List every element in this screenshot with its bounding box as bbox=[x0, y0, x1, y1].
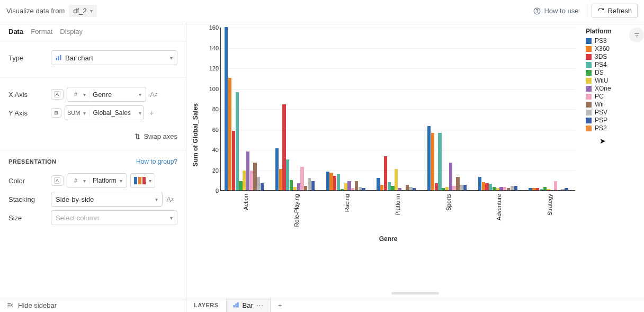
sort-az-button[interactable]: AZ bbox=[163, 192, 177, 207]
bar[interactable] bbox=[561, 189, 564, 190]
bar[interactable] bbox=[308, 178, 311, 190]
bar[interactable] bbox=[413, 188, 416, 190]
bar[interactable] bbox=[250, 171, 253, 190]
bar[interactable] bbox=[344, 183, 347, 190]
bar[interactable] bbox=[391, 186, 394, 190]
bar[interactable] bbox=[362, 188, 365, 190]
legend-item[interactable]: PSP bbox=[586, 117, 612, 124]
bar[interactable] bbox=[456, 177, 459, 190]
bar[interactable] bbox=[514, 186, 517, 190]
bar[interactable] bbox=[326, 172, 329, 190]
bar[interactable] bbox=[547, 189, 550, 190]
legend-item[interactable]: PC bbox=[586, 93, 612, 100]
bar[interactable] bbox=[388, 182, 391, 190]
color-palette-button[interactable]: ▾ bbox=[130, 173, 155, 188]
bar[interactable] bbox=[282, 104, 285, 190]
swap-axes-button[interactable]: ⇅ Swap axes bbox=[0, 129, 186, 147]
bar[interactable] bbox=[333, 176, 336, 190]
bar[interactable] bbox=[286, 159, 289, 190]
bar[interactable] bbox=[347, 181, 351, 190]
bar[interactable] bbox=[431, 133, 434, 190]
legend-item[interactable]: WiiU bbox=[586, 77, 612, 84]
add-layer-button[interactable]: + bbox=[271, 298, 290, 312]
size-select[interactable]: Select column ▾ bbox=[51, 210, 177, 225]
dataframe-select[interactable]: df_2 ▾ bbox=[69, 5, 96, 17]
horizontal-scroll-thumb[interactable] bbox=[391, 292, 439, 295]
bar[interactable] bbox=[398, 188, 401, 190]
tab-data[interactable]: Data bbox=[8, 28, 23, 35]
xaxis-type-chip[interactable]: A bbox=[51, 89, 64, 100]
bar[interactable] bbox=[427, 126, 431, 190]
bar[interactable] bbox=[445, 187, 449, 190]
bar[interactable] bbox=[351, 188, 354, 190]
bar[interactable] bbox=[384, 156, 387, 190]
bar[interactable] bbox=[489, 184, 492, 190]
bar[interactable] bbox=[532, 188, 535, 190]
bar[interactable] bbox=[496, 188, 499, 190]
bar[interactable] bbox=[311, 181, 315, 190]
bar[interactable] bbox=[442, 188, 445, 190]
bar[interactable] bbox=[337, 174, 340, 190]
bar[interactable] bbox=[246, 151, 249, 190]
bar[interactable] bbox=[293, 187, 297, 190]
bar[interactable] bbox=[243, 171, 246, 190]
bar[interactable] bbox=[503, 187, 506, 190]
legend-item[interactable]: X360 bbox=[586, 45, 612, 52]
color-field-select[interactable]: # ▾ Platform ▾ bbox=[67, 173, 127, 188]
bar[interactable] bbox=[536, 188, 539, 190]
layer-tab-bar[interactable]: Bar ⋯ bbox=[227, 298, 271, 312]
bar[interactable] bbox=[290, 180, 293, 190]
bar[interactable] bbox=[297, 183, 300, 190]
bar[interactable] bbox=[239, 181, 242, 190]
legend-item[interactable]: PS4 bbox=[586, 61, 612, 68]
bar[interactable] bbox=[380, 185, 383, 190]
tab-format[interactable]: Format bbox=[31, 28, 52, 35]
sort-az-button[interactable]: AZ bbox=[146, 87, 161, 102]
xaxis-field-select[interactable]: # ▾ Genre ▾ bbox=[67, 87, 146, 102]
bar[interactable] bbox=[261, 183, 264, 190]
bar[interactable] bbox=[482, 182, 485, 190]
how-to-use-link[interactable]: How to use bbox=[533, 5, 586, 17]
bar[interactable] bbox=[478, 177, 481, 190]
filter-button[interactable] bbox=[629, 28, 644, 42]
legend-item[interactable]: PSV bbox=[586, 109, 612, 116]
bar[interactable] bbox=[438, 133, 441, 190]
legend-item[interactable]: XOne bbox=[586, 85, 612, 92]
legend-item[interactable]: Wii bbox=[586, 101, 612, 108]
bar[interactable] bbox=[225, 27, 228, 190]
legend-item[interactable]: DS bbox=[586, 69, 612, 76]
bar[interactable] bbox=[304, 186, 307, 190]
bar[interactable] bbox=[540, 189, 543, 190]
bar[interactable] bbox=[543, 187, 547, 190]
bar[interactable] bbox=[395, 169, 398, 190]
add-yaxis-button[interactable]: + bbox=[144, 105, 159, 120]
bar[interactable] bbox=[449, 163, 452, 190]
bar[interactable] bbox=[236, 92, 239, 190]
bar[interactable] bbox=[511, 186, 514, 190]
bar[interactable] bbox=[341, 189, 344, 190]
yaxis-type-chip[interactable]: ⊞ bbox=[51, 108, 61, 118]
bar[interactable] bbox=[355, 181, 358, 190]
how-to-group-link[interactable]: How to group? bbox=[136, 158, 177, 165]
bar[interactable] bbox=[485, 183, 488, 190]
bar[interactable] bbox=[499, 187, 503, 190]
refresh-button[interactable]: Refresh bbox=[592, 4, 638, 18]
bar[interactable] bbox=[435, 183, 438, 190]
bar[interactable] bbox=[409, 187, 412, 190]
chart-plot[interactable]: 020406080100120140160 bbox=[220, 28, 575, 191]
legend-item[interactable]: PS2 bbox=[586, 124, 612, 132]
bar[interactable] bbox=[565, 188, 568, 190]
hide-sidebar-button[interactable]: Hide sidebar bbox=[0, 298, 186, 312]
bar[interactable] bbox=[275, 148, 279, 190]
bar[interactable] bbox=[232, 131, 235, 190]
bar[interactable] bbox=[253, 163, 256, 190]
color-type-chip[interactable]: A bbox=[51, 175, 64, 186]
bar[interactable] bbox=[329, 173, 333, 190]
yaxis-field-select[interactable]: SUM ▾ Global_Sales ▾ bbox=[65, 105, 144, 120]
bar[interactable] bbox=[228, 78, 231, 190]
bar[interactable] bbox=[359, 187, 362, 190]
chart-type-select[interactable]: Bar chart ▾ bbox=[51, 50, 177, 65]
bar[interactable] bbox=[377, 178, 380, 190]
more-icon[interactable]: ⋯ bbox=[256, 301, 264, 309]
bar[interactable] bbox=[300, 167, 303, 190]
